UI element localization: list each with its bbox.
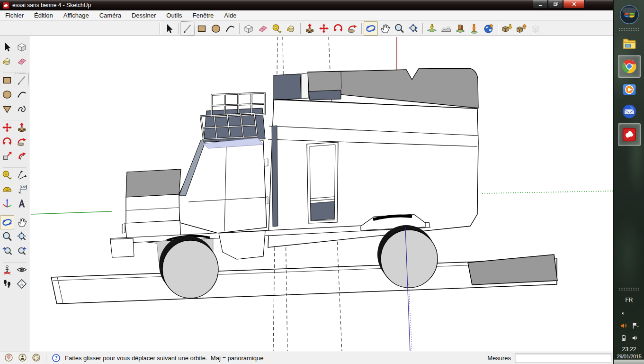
- tape-measure-button[interactable]: [270, 21, 284, 36]
- push-pull-icon: [16, 122, 27, 133]
- minimize-button[interactable]: [533, 0, 548, 9]
- restore-button[interactable]: [548, 0, 563, 9]
- google-earth-button[interactable]: [482, 21, 496, 36]
- battery-icon[interactable]: [619, 334, 628, 342]
- follow-me-button[interactable]: [345, 21, 359, 36]
- next-button[interactable]: [15, 244, 29, 258]
- sketchup-taskbar-button[interactable]: [618, 123, 641, 146]
- credit-status-icon[interactable]: [18, 356, 27, 364]
- tape-measure-button[interactable]: [0, 168, 14, 182]
- taskbar-grip[interactable]: [618, 27, 640, 31]
- zoom-extents-button[interactable]: [406, 21, 420, 36]
- speaker-icon[interactable]: [631, 334, 639, 342]
- walk-button[interactable]: [0, 277, 14, 291]
- help-icon[interactable]: ?: [52, 354, 61, 363]
- zoom-button[interactable]: [392, 21, 406, 36]
- rectangle-button[interactable]: [0, 73, 14, 87]
- move-button[interactable]: [317, 21, 331, 36]
- status-separator: [46, 354, 46, 363]
- close-button[interactable]: [563, 0, 585, 9]
- follow-me-button[interactable]: [15, 135, 29, 149]
- menu-item-2[interactable]: Affichage: [58, 11, 94, 20]
- photo-textures-icon: [455, 23, 466, 34]
- make-component-button[interactable]: [15, 40, 29, 54]
- menu-item-5[interactable]: Outils: [161, 11, 187, 20]
- clock[interactable]: 23:22: [614, 346, 644, 353]
- paint-bucket-button[interactable]: [284, 21, 298, 36]
- pan-button[interactable]: [378, 21, 392, 36]
- move-button[interactable]: [0, 120, 14, 135]
- menu-item-3[interactable]: Caméra: [94, 11, 126, 20]
- push-pull-button[interactable]: [303, 21, 317, 36]
- get-models-button[interactable]: [500, 21, 514, 36]
- select-icon: [163, 23, 175, 34]
- menu-item-0[interactable]: Fichier: [0, 11, 29, 20]
- select-button[interactable]: [0, 40, 14, 54]
- scale-button[interactable]: [0, 149, 14, 163]
- show-hidden-icons-button[interactable]: [619, 310, 627, 318]
- language-flag-icon[interactable]: [631, 321, 639, 330]
- section-plane-button[interactable]: CR-5: [15, 277, 29, 291]
- language-indicator[interactable]: FR: [614, 297, 644, 303]
- protractor-button[interactable]: [0, 182, 14, 196]
- menu-item-4[interactable]: Dessiner: [126, 11, 161, 20]
- text-button[interactable]: ABC: [15, 182, 29, 196]
- connection-status-icon[interactable]: [32, 356, 41, 364]
- component-box-button[interactable]: [528, 21, 543, 36]
- start-button[interactable]: [618, 3, 641, 26]
- circle-button[interactable]: [209, 21, 223, 36]
- share-model-button[interactable]: [514, 21, 528, 36]
- measurements-input[interactable]: [515, 354, 611, 363]
- paint-bucket-button[interactable]: [0, 54, 14, 68]
- palette-row: [0, 149, 29, 163]
- chrome-taskbar-button[interactable]: [618, 55, 641, 78]
- menu-item-7[interactable]: Aide: [219, 11, 242, 20]
- text-3d-button[interactable]: [15, 196, 29, 210]
- toggle-terrain-button[interactable]: [439, 21, 453, 36]
- explorer-taskbar-button[interactable]: [618, 33, 640, 53]
- media-player-taskbar-button[interactable]: [618, 80, 640, 100]
- geo-location-status-icon[interactable]: [4, 356, 13, 364]
- add-location-button[interactable]: [425, 21, 439, 36]
- date[interactable]: 29/01/2015: [614, 354, 644, 359]
- axes-button[interactable]: [0, 196, 14, 210]
- text-icon: ABC: [16, 183, 27, 195]
- circle-button[interactable]: [0, 87, 14, 101]
- rectangle-button[interactable]: [195, 21, 209, 36]
- zoom-button[interactable]: [0, 229, 14, 244]
- select-button[interactable]: [162, 21, 176, 36]
- eraser-button[interactable]: [256, 21, 270, 36]
- polygon-button[interactable]: [0, 101, 14, 116]
- rotate-button[interactable]: [0, 135, 14, 149]
- model-figure-button[interactable]: [467, 21, 482, 36]
- look-around-button[interactable]: [15, 263, 29, 277]
- push-pull-button[interactable]: [15, 120, 29, 135]
- line-button[interactable]: [15, 73, 29, 87]
- menu-item-6[interactable]: Fenêtre: [188, 11, 219, 20]
- line-button[interactable]: [180, 21, 195, 36]
- freehand-button[interactable]: [15, 101, 29, 116]
- orbit-button[interactable]: [364, 21, 378, 36]
- position-camera-button[interactable]: [0, 263, 14, 277]
- offset-button[interactable]: [15, 149, 29, 163]
- orbit-button[interactable]: [0, 215, 14, 229]
- title-bar[interactable]: essai sans benne 4 - SketchUp: [0, 0, 613, 10]
- dimension-button[interactable]: [15, 168, 29, 182]
- eraser-button[interactable]: [15, 54, 29, 68]
- drawing-canvas[interactable]: [29, 36, 613, 352]
- pan-button[interactable]: [15, 215, 29, 229]
- zoom-extents-button[interactable]: [15, 229, 29, 244]
- photo-textures-button[interactable]: [453, 21, 467, 36]
- paint-bucket-icon: [286, 23, 297, 34]
- taskbar-grip-bottom[interactable]: [618, 287, 640, 291]
- make-component-button[interactable]: [242, 21, 256, 36]
- thunderbird-taskbar-button[interactable]: [618, 101, 640, 121]
- show-desktop-button[interactable]: [614, 359, 644, 364]
- rotate-button[interactable]: [331, 21, 345, 36]
- rotate-icon: [1, 136, 13, 147]
- menu-item-1[interactable]: Édition: [29, 11, 58, 20]
- arc-button[interactable]: [223, 21, 237, 36]
- previous-button[interactable]: [0, 244, 14, 258]
- arc-button[interactable]: [15, 87, 29, 101]
- volume-mixer-icon[interactable]: [619, 321, 628, 330]
